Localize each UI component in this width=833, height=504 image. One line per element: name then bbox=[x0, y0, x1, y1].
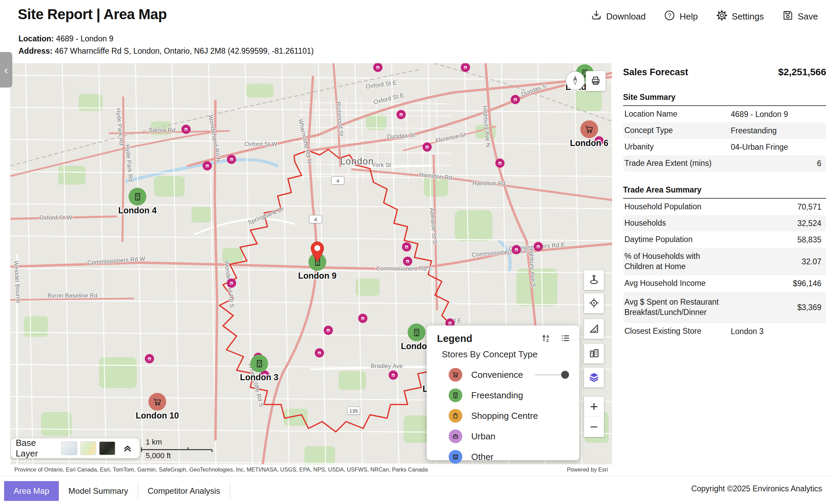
legend-item-convenience[interactable]: Convenience bbox=[449, 364, 579, 385]
chevron-double-up-icon bbox=[122, 449, 133, 454]
shopping-centre-marker[interactable] bbox=[389, 371, 398, 380]
buildings-button[interactable] bbox=[584, 344, 604, 363]
basemap-thumbnail-streets[interactable] bbox=[80, 441, 96, 455]
row-value: 04-Urban Fringe bbox=[731, 143, 821, 152]
zoom-controls: + − bbox=[584, 397, 604, 437]
sales-forecast-label: Sales Forecast bbox=[623, 67, 688, 78]
legend-sort-button[interactable]: AZ bbox=[541, 333, 551, 344]
zoom-out-button[interactable]: − bbox=[584, 417, 604, 437]
pedestrian-tool-button[interactable] bbox=[584, 270, 604, 290]
legend-group-title: Stores By Concept Type bbox=[442, 349, 579, 360]
shopping-centre-marker[interactable] bbox=[534, 242, 543, 251]
tab-model-summary[interactable]: Model Summary bbox=[59, 481, 138, 501]
slider-knob[interactable] bbox=[561, 371, 569, 379]
chevron-left-icon: ‹ bbox=[4, 63, 8, 76]
table-row: Urbanity04-Urban Fringe bbox=[623, 139, 826, 155]
briefcase-icon bbox=[449, 429, 462, 443]
map-canvas[interactable]: Oxford St EOxford St EDundas SDundas StS… bbox=[10, 63, 612, 475]
shopping-centre-marker[interactable] bbox=[324, 326, 333, 335]
base-layer-control: Base Layer bbox=[11, 438, 140, 458]
save-label: Save bbox=[798, 11, 818, 22]
download-label: Download bbox=[606, 11, 646, 22]
shopping-centre-marker[interactable] bbox=[315, 348, 324, 358]
sales-forecast-value: $2,251,566 bbox=[778, 67, 826, 78]
shopping-centre-marker[interactable] bbox=[511, 95, 520, 104]
ruler-triangle-icon bbox=[588, 323, 600, 335]
convenience-marker-circle bbox=[148, 393, 166, 411]
legend-panel: Legend AZ Stores By Concept Type Conveni… bbox=[427, 326, 579, 460]
row-label: % of Households with Children at Home bbox=[624, 251, 731, 272]
store-marker-label: London 10 bbox=[136, 411, 179, 421]
report-tabs: Area Map Model Summary Competitor Analys… bbox=[4, 481, 230, 501]
table-row: Households32,524 bbox=[623, 215, 826, 231]
shopping-centre-marker[interactable] bbox=[227, 155, 236, 164]
compass-control[interactable] bbox=[566, 71, 585, 90]
footer-bar: Area Map Model Summary Competitor Analys… bbox=[0, 476, 833, 504]
site-report-app: Site Report | Area Map Location: 4689 - … bbox=[0, 0, 833, 504]
crosshair-icon bbox=[588, 297, 600, 310]
panel-collapse-handle[interactable]: ‹ bbox=[0, 52, 12, 88]
report-sidebar: Sales Forecast $2,251,566 Site Summary L… bbox=[623, 63, 826, 353]
store-marker-label: London 4 bbox=[118, 205, 157, 215]
base-layer-label: Base Layer bbox=[16, 438, 56, 459]
shopping-centre-marker[interactable] bbox=[512, 245, 521, 254]
row-label: Households bbox=[624, 218, 731, 228]
download-icon bbox=[590, 9, 603, 24]
legend-item-label: Shopping Centre bbox=[471, 411, 538, 421]
shopping-bag-icon bbox=[449, 409, 462, 423]
row-label: Concept Type bbox=[624, 125, 731, 136]
layers-button[interactable] bbox=[584, 368, 604, 387]
base-layer-collapse-button[interactable] bbox=[120, 442, 135, 454]
table-row: Household Population70,571 bbox=[623, 199, 826, 215]
store-marker-label: London 9 bbox=[298, 271, 336, 281]
settings-button[interactable]: Settings bbox=[714, 9, 766, 24]
shopping-centre-marker[interactable] bbox=[402, 242, 411, 252]
shopping-centre-marker[interactable] bbox=[227, 279, 236, 288]
shopping-centre-marker[interactable] bbox=[495, 159, 505, 168]
legend-item-other[interactable]: Other bbox=[449, 447, 579, 467]
row-value: $3,369 bbox=[731, 303, 821, 312]
basemap-thumbnail-satellite[interactable] bbox=[99, 441, 115, 455]
shopping-centre-marker[interactable] bbox=[203, 161, 212, 171]
download-button[interactable]: Download bbox=[588, 9, 648, 24]
map-attribution-bar: Province of Ontario, Esri Canada, Esri, … bbox=[10, 464, 612, 475]
legend-item-label: Freestanding bbox=[471, 390, 523, 401]
tab-separator bbox=[230, 483, 230, 499]
shopping-centre-marker[interactable] bbox=[182, 125, 191, 134]
row-value: Freestanding bbox=[731, 126, 821, 135]
row-label: Urbanity bbox=[624, 142, 731, 152]
row-label: Avg Household Income bbox=[624, 278, 731, 289]
settings-label: Settings bbox=[732, 11, 764, 22]
location-value: 4689 - London 9 bbox=[56, 34, 114, 43]
row-label: Location Name bbox=[624, 109, 731, 119]
sort-az-icon: AZ bbox=[541, 339, 551, 344]
legend-item-urban[interactable]: Urban bbox=[449, 426, 579, 447]
shopping-centre-marker[interactable] bbox=[358, 314, 368, 323]
scale-ft-label: 5,000 ft bbox=[146, 451, 213, 460]
legend-item-freestanding[interactable]: Freestanding bbox=[449, 385, 579, 406]
freestanding-icon bbox=[449, 388, 462, 402]
legend-item-shopping-centre[interactable]: Shopping Centre bbox=[449, 406, 579, 426]
shopping-centre-marker[interactable] bbox=[397, 110, 406, 119]
print-button[interactable] bbox=[586, 71, 606, 91]
tab-area-map[interactable]: Area Map bbox=[4, 481, 59, 501]
table-row: Trade Area Extent (mins)6 bbox=[623, 155, 826, 172]
opacity-slider[interactable] bbox=[535, 374, 568, 375]
save-button[interactable]: Save bbox=[780, 9, 820, 24]
freestanding-marker-circle bbox=[250, 355, 268, 372]
help-button[interactable]: ? Help bbox=[661, 9, 700, 24]
shopping-centre-marker[interactable] bbox=[145, 354, 154, 363]
shopping-centre-marker[interactable] bbox=[403, 257, 412, 266]
legend-list-button[interactable] bbox=[560, 333, 570, 344]
locate-button[interactable] bbox=[584, 293, 604, 313]
row-value: 32.07 bbox=[731, 257, 821, 266]
basemap-thumbnail-light[interactable] bbox=[61, 441, 77, 455]
table-row: Daytime Population58,835 bbox=[623, 231, 826, 248]
tab-competitor-analysis[interactable]: Competitor Analysis bbox=[138, 481, 230, 501]
zoom-in-button[interactable]: + bbox=[584, 397, 604, 416]
shopping-centre-marker[interactable] bbox=[423, 143, 432, 152]
trade-area-summary-section: Trade Area Summary Household Population7… bbox=[623, 185, 826, 340]
gear-icon bbox=[716, 9, 728, 24]
measure-button[interactable] bbox=[584, 319, 604, 339]
row-value: 32,524 bbox=[731, 219, 821, 228]
